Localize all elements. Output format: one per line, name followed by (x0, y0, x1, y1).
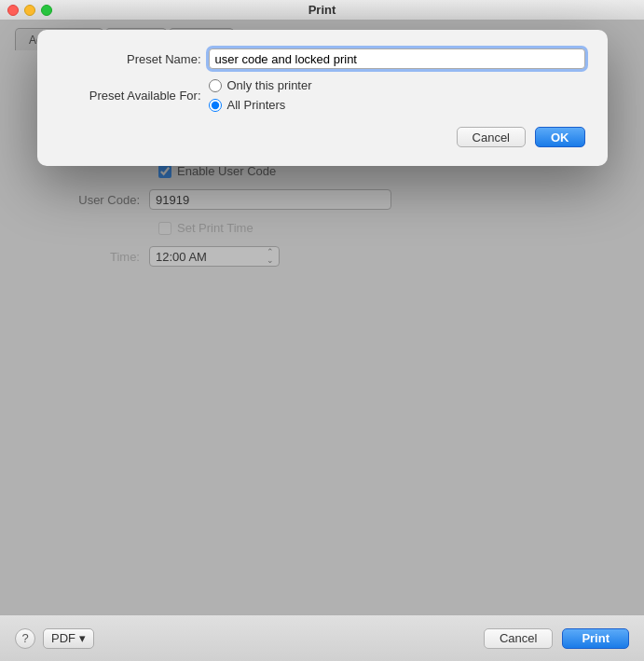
dialog-buttons: Cancel OK (60, 127, 585, 147)
close-button[interactable] (7, 5, 19, 16)
preset-available-row: Preset Available For: Only this printer … (60, 78, 585, 112)
help-button[interactable]: ? (15, 628, 35, 649)
only-this-printer-row: Only this printer (209, 78, 312, 92)
preset-name-input[interactable] (209, 48, 585, 69)
only-this-printer-radio[interactable] (209, 79, 222, 92)
dialog-cancel-button[interactable]: Cancel (457, 127, 526, 147)
dialog: Preset Name: Preset Available For: Only … (37, 30, 608, 166)
pdf-label: PDF (51, 631, 75, 645)
preset-name-label: Preset Name: (60, 52, 209, 66)
all-printers-radio[interactable] (209, 99, 222, 112)
preset-available-label: Preset Available For: (60, 89, 209, 103)
bottom-bar: ? PDF ▾ Cancel Print (0, 614, 644, 661)
title-bar: Print (0, 0, 644, 21)
bottom-right: Cancel Print (484, 628, 629, 649)
maximize-button[interactable] (41, 5, 52, 16)
preset-radio-group: Only this printer All Printers (209, 78, 312, 112)
cancel-button[interactable]: Cancel (484, 628, 553, 649)
dialog-ok-button[interactable]: OK (535, 127, 585, 147)
window-title: Print (308, 3, 336, 17)
print-button[interactable]: Print (562, 628, 629, 649)
dialog-overlay: Preset Name: Preset Available For: Only … (0, 21, 644, 661)
window-body: Accessibility Printer Presets Job Type: … (0, 21, 644, 661)
minimize-button[interactable] (24, 5, 35, 16)
all-printers-label: All Printers (227, 98, 286, 112)
traffic-lights (7, 5, 52, 16)
pdf-chevron-icon: ▾ (79, 631, 86, 645)
all-printers-row: All Printers (209, 98, 312, 112)
only-this-printer-label: Only this printer (227, 78, 312, 92)
pdf-button[interactable]: PDF ▾ (43, 628, 94, 649)
preset-name-row: Preset Name: (60, 48, 585, 69)
bottom-left: ? PDF ▾ (15, 628, 94, 649)
